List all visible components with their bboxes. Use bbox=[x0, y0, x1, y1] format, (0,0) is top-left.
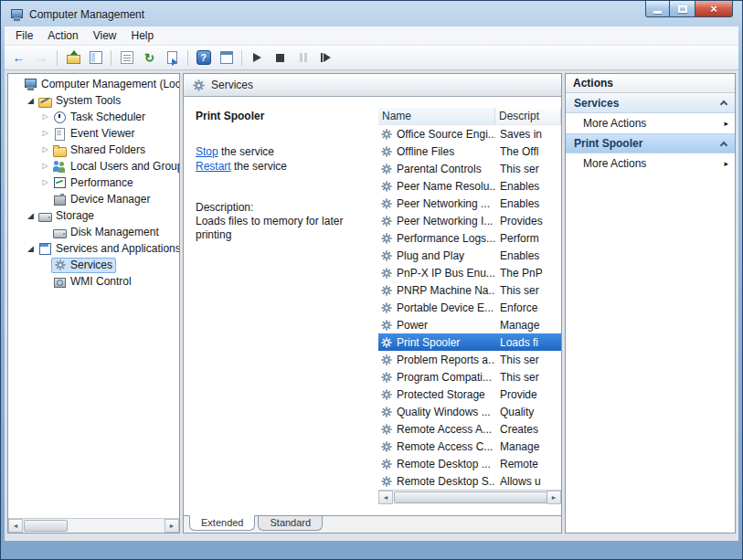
tab-standard[interactable]: Standard bbox=[258, 516, 323, 531]
expand-tree-icon[interactable]: ▷ bbox=[39, 113, 51, 121]
service-row-plug-and-play[interactable]: Plug and PlayEnables bbox=[378, 247, 561, 264]
scroll-right-button[interactable]: ► bbox=[547, 491, 561, 504]
service-row-quality-windows[interactable]: Quality Windows ...Quality bbox=[378, 403, 561, 420]
stop-service-link[interactable]: Stop bbox=[196, 145, 218, 158]
start-service-glyph bbox=[253, 53, 261, 62]
service-name-cell: Remote Access C... bbox=[378, 440, 495, 453]
service-description: This ser bbox=[495, 284, 561, 297]
column-header-name[interactable]: Name bbox=[378, 108, 495, 125]
service-row-program-compati[interactable]: Program Compati...This ser bbox=[378, 368, 561, 386]
refresh-icon[interactable]: ↻ bbox=[139, 48, 160, 68]
tree-item-wmi-control[interactable]: WMI Control bbox=[8, 273, 179, 290]
tree-item-label: Shared Folders bbox=[70, 144, 145, 155]
export-list-icon[interactable] bbox=[162, 48, 183, 68]
scrollbar-thumb[interactable] bbox=[394, 491, 547, 503]
help-icon[interactable]: ? bbox=[193, 48, 214, 68]
properties-icon[interactable] bbox=[116, 48, 137, 68]
column-header-description[interactable]: Descript bbox=[495, 108, 561, 125]
scrollbar-track[interactable] bbox=[393, 491, 547, 504]
back-icon[interactable]: ← bbox=[8, 48, 29, 68]
scroll-left-button[interactable]: ◄ bbox=[378, 491, 393, 504]
actions-section-header-print-spooler[interactable]: Print Spooler bbox=[566, 133, 735, 153]
collapse-chevron-icon[interactable] bbox=[720, 141, 727, 148]
collapse-tree-icon[interactable]: ◢ bbox=[25, 212, 37, 220]
service-row-remote-access-c[interactable]: Remote Access C...Manage bbox=[378, 438, 561, 455]
service-row-portable-device-e[interactable]: Portable Device E...Enforce bbox=[378, 299, 561, 316]
tree-item-computer-management[interactable]: Computer Management (Local bbox=[8, 76, 179, 92]
services-pane-title: Services bbox=[211, 79, 253, 91]
show-hide-action-pane-icon[interactable] bbox=[216, 48, 237, 68]
collapse-tree-icon[interactable]: ◢ bbox=[25, 97, 37, 105]
service-row-pnp-x-ip-bus-enu[interactable]: PnP-X IP Bus Enu...The PnP bbox=[378, 264, 561, 281]
service-row-remote-desktop-s[interactable]: Remote Desktop S...Allows u bbox=[378, 472, 561, 490]
collapse-tree-icon[interactable]: ◢ bbox=[25, 245, 37, 253]
service-row-office-source-engi[interactable]: Office Source Engi...Saves in bbox=[378, 125, 561, 143]
titlebar[interactable]: Computer Management × bbox=[5, 1, 738, 26]
scrollbar-thumb[interactable] bbox=[24, 520, 68, 532]
service-name: Protected Storage bbox=[397, 388, 485, 401]
tree-item-disk-management[interactable]: Disk Management bbox=[8, 224, 179, 240]
up-one-level-glyph bbox=[66, 50, 80, 65]
forward-glyph: → bbox=[36, 51, 48, 64]
expand-tree-icon[interactable]: ▷ bbox=[39, 146, 51, 153]
menu-action[interactable]: Action bbox=[40, 27, 85, 44]
close-button[interactable]: × bbox=[695, 1, 733, 17]
service-row-performance-logs[interactable]: Performance Logs...Perform bbox=[378, 229, 561, 247]
window-title: Computer Management bbox=[29, 8, 144, 21]
service-row-print-spooler[interactable]: Print SpoolerLoads fi bbox=[378, 333, 561, 351]
tree-item-performance[interactable]: ▷Performance bbox=[8, 174, 179, 191]
service-name: PnP-X IP Bus Enu... bbox=[397, 267, 495, 280]
service-row-peer-name-resolu[interactable]: Peer Name Resolu...Enables bbox=[378, 177, 561, 195]
service-row-power[interactable]: PowerManage bbox=[378, 316, 561, 333]
tab-extended[interactable]: Extended bbox=[189, 515, 255, 531]
scroll-left-button[interactable]: ◄ bbox=[8, 519, 23, 533]
actions-section-header-services[interactable]: Services bbox=[566, 93, 735, 113]
service-name: Power bbox=[397, 319, 428, 332]
gear-icon bbox=[381, 232, 393, 244]
minimize-button[interactable] bbox=[645, 1, 670, 17]
list-horizontal-scrollbar[interactable]: ◄ ► bbox=[378, 490, 561, 504]
expand-tree-icon[interactable]: ▷ bbox=[39, 130, 51, 137]
menu-help[interactable]: Help bbox=[124, 27, 162, 44]
tree-horizontal-scrollbar[interactable]: ◄ ► bbox=[8, 518, 179, 533]
service-row-parental-controls[interactable]: Parental ControlsThis ser bbox=[378, 160, 561, 177]
tree-item-services[interactable]: Services bbox=[8, 257, 179, 273]
restart-service-glyph bbox=[321, 53, 331, 62]
restart-service-link[interactable]: Restart bbox=[196, 160, 231, 173]
maximize-button[interactable] bbox=[670, 1, 695, 17]
service-row-remote-desktop[interactable]: Remote Desktop ...Remote bbox=[378, 455, 561, 472]
scroll-right-button[interactable]: ► bbox=[165, 519, 179, 533]
service-row-offline-files[interactable]: Offline FilesThe Offl bbox=[378, 143, 561, 160]
start-service-icon[interactable] bbox=[247, 48, 268, 68]
service-row-protected-storage[interactable]: Protected StorageProvide bbox=[378, 386, 561, 403]
collapse-chevron-icon[interactable] bbox=[720, 100, 727, 108]
up-one-level-icon[interactable] bbox=[62, 48, 83, 68]
service-name: Parental Controls bbox=[397, 163, 482, 175]
tree-item-system-tools[interactable]: ◢System Tools bbox=[8, 92, 179, 109]
tree-item-services-and-applications[interactable]: ◢Services and Applications bbox=[8, 240, 179, 257]
tree-item-storage[interactable]: ◢Storage bbox=[8, 207, 179, 224]
tree-item-local-users-and-groups[interactable]: ▷Local Users and Groups bbox=[8, 158, 179, 174]
stop-service-icon[interactable] bbox=[270, 48, 291, 68]
restart-service-icon[interactable] bbox=[315, 48, 336, 68]
service-row-problem-reports-a[interactable]: Problem Reports a...This ser bbox=[378, 351, 561, 368]
stop-service-suffix: the service bbox=[218, 145, 274, 158]
menu-view[interactable]: View bbox=[86, 27, 124, 44]
scrollbar-track[interactable] bbox=[23, 519, 165, 533]
folder-icon bbox=[53, 144, 67, 156]
service-row-remote-access-a[interactable]: Remote Access A...Creates bbox=[378, 420, 561, 438]
tree-item-device-manager[interactable]: Device Manager bbox=[8, 191, 179, 207]
expand-tree-icon[interactable]: ▷ bbox=[39, 179, 51, 186]
tree-item-label: Local Users and Groups bbox=[70, 161, 179, 172]
more-actions-print-spooler[interactable]: More Actions▸ bbox=[566, 153, 735, 174]
expand-tree-icon[interactable]: ▷ bbox=[39, 163, 51, 170]
service-row-peer-networking[interactable]: Peer Networking ...Enables bbox=[378, 195, 561, 212]
more-actions-services[interactable]: More Actions▸ bbox=[566, 113, 735, 133]
tree-item-task-scheduler[interactable]: ▷Task Scheduler bbox=[8, 109, 179, 125]
tree-item-event-viewer[interactable]: ▷Event Viewer bbox=[8, 125, 179, 142]
menu-file[interactable]: File bbox=[8, 27, 40, 44]
service-row-peer-networking-i[interactable]: Peer Networking I...Provides bbox=[378, 212, 561, 229]
tree-item-shared-folders[interactable]: ▷Shared Folders bbox=[8, 142, 179, 158]
service-row-pnrp-machine-na[interactable]: PNRP Machine Na...This ser bbox=[378, 281, 561, 299]
show-hide-console-tree-icon[interactable] bbox=[85, 48, 106, 68]
